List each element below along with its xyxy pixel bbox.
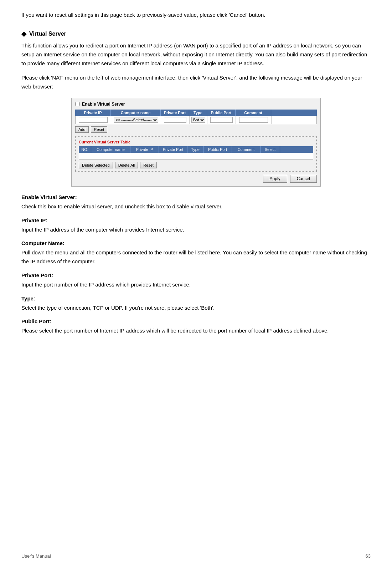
ct-header: NO. Computer name Private IP Private Por… xyxy=(79,146,313,153)
ct-type: Type xyxy=(187,146,203,153)
private-ip-cell xyxy=(76,116,111,124)
diamond-icon: ◆ xyxy=(21,30,26,38)
section-title-row: ◆ Virtual Server xyxy=(21,30,371,38)
private-ip-desc: Input the IP address of the computer whi… xyxy=(21,225,371,234)
intro-text: If you want to reset all settings in thi… xyxy=(21,11,371,19)
private-port-input[interactable] xyxy=(164,117,187,123)
comment-input[interactable] xyxy=(239,117,268,123)
type-heading: Type: xyxy=(21,294,371,303)
type-desc: Select the type of connection, TCP or UD… xyxy=(21,304,371,313)
header-public-port: Public Port xyxy=(207,110,236,116)
add-button[interactable]: Add xyxy=(75,126,89,133)
vs-input-row: << ---------Select-------- > Both xyxy=(75,116,317,124)
public-port-heading: Public Port: xyxy=(21,317,371,326)
reset-button[interactable]: Reset xyxy=(91,126,108,133)
enable-label: Enable Virtual Server xyxy=(82,102,125,107)
apply-cancel-row: Apply Cancel xyxy=(75,175,317,183)
reset-button2[interactable]: Reset xyxy=(140,162,157,168)
enable-heading: Enable Virtual Server: xyxy=(21,193,371,202)
footer: User's Manual 63 xyxy=(0,551,392,559)
ct-btn-row: Delete Selected Delete All Reset xyxy=(79,162,313,168)
ct-select: Select xyxy=(261,146,280,153)
computer-name-cell: << ---------Select-------- > xyxy=(111,116,161,124)
private-port-cell xyxy=(161,116,190,124)
ct-public-port: Public Port xyxy=(203,146,232,153)
type-select[interactable]: Both xyxy=(191,117,205,123)
section-desc2: Please click 'NAT' menu on the left of w… xyxy=(21,73,371,91)
header-private-port: Private Port xyxy=(161,110,189,116)
ct-no: NO. xyxy=(79,146,91,153)
ct-private-ip: Private IP xyxy=(130,146,159,153)
current-table-section: Current Virtual Server Table NO. Compute… xyxy=(75,136,317,172)
public-port-input[interactable] xyxy=(210,117,233,123)
comment-cell xyxy=(236,116,272,124)
footer-label: User's Manual xyxy=(21,553,51,559)
header-computer-name: Computer name xyxy=(111,110,161,116)
footer-page: 63 xyxy=(366,553,371,559)
add-reset-row: Add Reset xyxy=(75,126,317,133)
enable-checkbox[interactable] xyxy=(75,102,80,106)
public-port-cell xyxy=(207,116,236,124)
section-desc1: This function allows you to redirect a p… xyxy=(21,41,371,68)
field-descriptions: Enable Virtual Server: Check this box to… xyxy=(21,193,371,335)
header-type: Type xyxy=(189,110,207,116)
computer-name-select[interactable]: << ---------Select-------- > xyxy=(114,117,158,123)
public-port-desc: Please select the port number of Interne… xyxy=(21,326,371,335)
enable-row: Enable Virtual Server xyxy=(75,102,317,107)
ct-empty-row xyxy=(79,153,313,160)
ct-comment: Comment xyxy=(232,146,261,153)
header-private-ip: Private IP xyxy=(75,110,111,116)
private-port-desc: Input the port number of the IP address … xyxy=(21,280,371,289)
delete-all-button[interactable]: Delete All xyxy=(115,162,138,168)
private-port-heading: Private Port: xyxy=(21,271,371,280)
computer-name-desc: Pull down the menu and all the computers… xyxy=(21,248,371,266)
type-cell: Both xyxy=(190,116,207,124)
computer-name-heading: Computer Name: xyxy=(21,239,371,248)
apply-button[interactable]: Apply xyxy=(263,175,287,183)
header-comment: Comment xyxy=(236,110,271,116)
ct-computer-name: Computer name xyxy=(91,146,130,153)
enable-desc: Check this box to enable virtual server,… xyxy=(21,202,371,211)
screenshot-box: Enable Virtual Server Private IP Compute… xyxy=(71,98,321,187)
private-ip-input[interactable] xyxy=(79,117,108,123)
section-title: Virtual Server xyxy=(29,31,66,37)
vs-table-header: Private IP Computer name Private Port Ty… xyxy=(75,110,317,116)
cancel-button[interactable]: Cancel xyxy=(290,175,317,183)
virtual-server-section: ◆ Virtual Server This function allows yo… xyxy=(21,30,371,91)
current-table-title: Current Virtual Server Table xyxy=(79,140,313,144)
ct-private-port: Private Port xyxy=(159,146,187,153)
delete-selected-button[interactable]: Delete Selected xyxy=(79,162,113,168)
private-ip-heading: Private IP: xyxy=(21,216,371,225)
